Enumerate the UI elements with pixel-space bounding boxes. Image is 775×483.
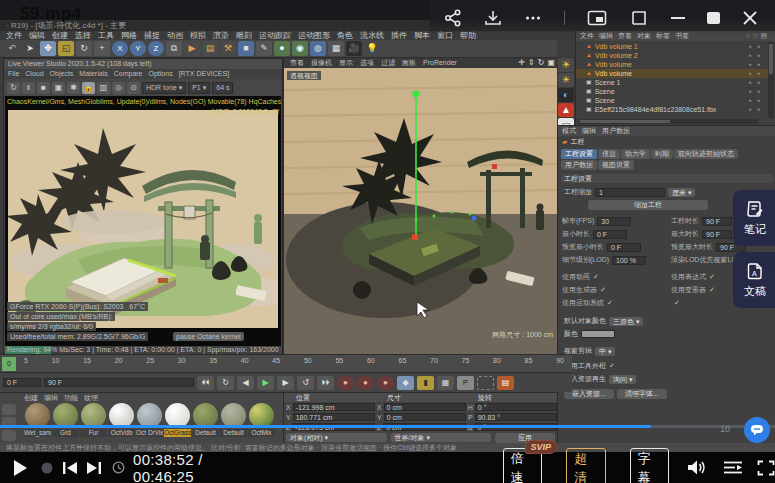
playlist-button[interactable] [723,460,743,475]
octane-menu-item[interactable]: [RTX DEVICES] [179,69,229,79]
area-light-icon[interactable]: ☀ [558,73,574,87]
scale-tool-icon[interactable]: ◱ [58,41,74,56]
object-list-item[interactable]: Vdb volume 2 [576,51,768,60]
subdivision-icon[interactable]: ● [274,41,290,56]
attribute-tab[interactable]: 动力学 [621,149,650,159]
cube-primitive-icon[interactable]: ■ [238,41,254,56]
viewport-menu-item[interactable]: 摄像机 [311,58,332,68]
object-list-item[interactable]: Scene 1 [576,78,768,87]
object-list-scrollbar[interactable] [768,42,774,118]
floor-icon[interactable]: ▦ [328,41,344,56]
deformer-icon[interactable]: ◉ [292,41,308,56]
tone-mapping-select[interactable]: HDR tone ▾ [142,82,186,94]
material-item[interactable]: Default [220,403,247,437]
goto-end-icon[interactable]: ⏵⏵ [317,376,334,390]
pick-focus-icon[interactable]: ◎ [112,82,125,94]
maximize-icon[interactable] [707,12,720,24]
c4d-menu-item[interactable]: 编辑 [29,31,45,40]
c4d-menu-item[interactable]: 角色 [337,31,353,40]
next-button[interactable] [86,461,102,475]
material-item[interactable]: OctVdb [108,403,135,437]
light-icon[interactable]: 💡 [364,41,380,56]
refresh-icon[interactable]: ↻ [7,82,20,94]
octane-menu-item[interactable]: Options [149,69,173,79]
c4d-menu-item[interactable]: 动画 [167,31,183,40]
next-frame-icon[interactable]: ▶ [277,376,294,390]
coord-system-icon[interactable]: ⧉ [166,41,182,56]
attribute-header-menu[interactable]: 用户数据 [602,126,630,136]
object-list-item[interactable]: Vdb volume [576,69,768,78]
octane-menu-item[interactable]: Objects [50,69,74,79]
scale-project-button[interactable]: 缩放工程 [588,200,708,210]
c4d-menu-item[interactable]: 网格 [121,31,137,40]
material-filter-icon[interactable] [2,430,16,441]
axis-z-lock-icon[interactable]: Z [148,41,164,56]
pause-icon[interactable]: ‖ [22,82,35,94]
render-view-icon[interactable]: ▶ [184,41,200,56]
lock-icon[interactable]: 🔒 [82,82,95,94]
coordinate-mode-select[interactable]: 对象(相对) ▾ [286,433,387,442]
autokey-icon[interactable]: P [457,376,474,390]
pick-material-icon[interactable]: ▥ [97,82,110,94]
viewport-view-label[interactable]: 透视视图 [287,71,321,80]
sidebar-icon[interactable] [629,9,649,27]
octane-menu-item[interactable]: File [8,69,19,79]
subtitle-button[interactable]: 字幕 [630,448,669,483]
camera-sync-icon[interactable]: ⊙ [127,82,140,94]
c4d-menu-item[interactable]: 模拟 [190,31,206,40]
move-tool-icon[interactable]: ✥ [40,41,56,56]
region-icon[interactable]: ▣ [52,82,65,94]
quality-button[interactable]: 超清 [566,448,605,483]
record-rotation-icon[interactable]: ● [377,376,394,390]
play-button[interactable] [12,459,28,477]
material-menu-item[interactable]: 功能 [64,393,78,402]
attribute-header-menu[interactable]: 模式 [562,126,576,136]
attribute-header-menu[interactable]: 编辑 [582,126,596,136]
object-list-hscrollbar[interactable] [578,119,758,124]
embed-select[interactable]: 询问 ▾ [609,375,636,384]
object-list-item[interactable]: Scene [576,96,768,105]
goto-start-icon[interactable]: ⏴⏴ [197,376,214,390]
play-forwards-icon[interactable]: ▶ [257,376,274,390]
default-color-select[interactable]: 三原色 ▾ [609,317,643,326]
object-list-item[interactable]: Vdb volume 1 [576,42,768,51]
close-icon[interactable] [742,10,758,26]
share-icon[interactable] [444,9,462,27]
timeline-playhead[interactable]: 0 [2,357,16,371]
viewport-menu-item[interactable]: 面板 [402,58,416,68]
c4d-menu-item[interactable]: 工具 [98,31,114,40]
octane-menu-item[interactable]: Materials [79,69,107,79]
c4d-menu-item[interactable]: 运动图形 [298,31,330,40]
material-item[interactable]: Grd [52,403,79,437]
last-tool-icon[interactable]: + [94,41,110,56]
pause-kernel-button[interactable]: pause Octane kernel [173,332,244,341]
project-scale-field[interactable]: 1 [595,188,665,197]
solo-icon[interactable] [477,376,494,390]
attribute-tab[interactable]: 工程设置 [561,149,597,159]
material-item[interactable]: Wet_sand [24,403,51,437]
cursor-icon[interactable]: ➤ [22,41,38,56]
viewport-menu-item[interactable]: ProRender [423,58,457,68]
material-menu-item[interactable]: 创建 [24,393,38,402]
keyframe-selection-icon[interactable]: ▮ [417,376,434,390]
clean-fonts-button[interactable]: 清理字体... [617,389,667,399]
minimize-icon[interactable] [671,17,685,19]
timeline-ruler[interactable]: 0 51015202530354045505560657075808590 [0,354,572,372]
c4d-menu-item[interactable]: 捕捉 [144,31,160,40]
more-icon[interactable] [524,9,542,27]
rotate-tool-icon[interactable]: ↻ [76,41,92,56]
stop-icon[interactable]: ■ [37,82,50,94]
docs-button[interactable]: A 文稿 [733,252,775,308]
view-clip-select[interactable]: 中 ▾ [595,347,615,356]
hdri-environment-icon[interactable]: ◐ [558,88,574,102]
attribute-tab[interactable]: 双向轨迹初始状态 [674,149,738,159]
orbit-icon[interactable]: ↻ [538,58,545,68]
material-item[interactable]: Oct DrView [136,403,163,437]
octane-menu-item[interactable]: Compare [114,69,143,79]
project-scale-unit-select[interactable]: 厘米 ▾ [668,188,695,197]
octane-cloud-icon[interactable]: ▲ [558,103,574,117]
material-menu-item[interactable]: 纹理 [84,393,98,402]
viewport-menu-item[interactable]: 过滤 [381,58,395,68]
keyframe-presets-icon[interactable]: ▦ [437,376,454,390]
checkbox-left[interactable]: 使用运动系统✓ [562,298,667,308]
